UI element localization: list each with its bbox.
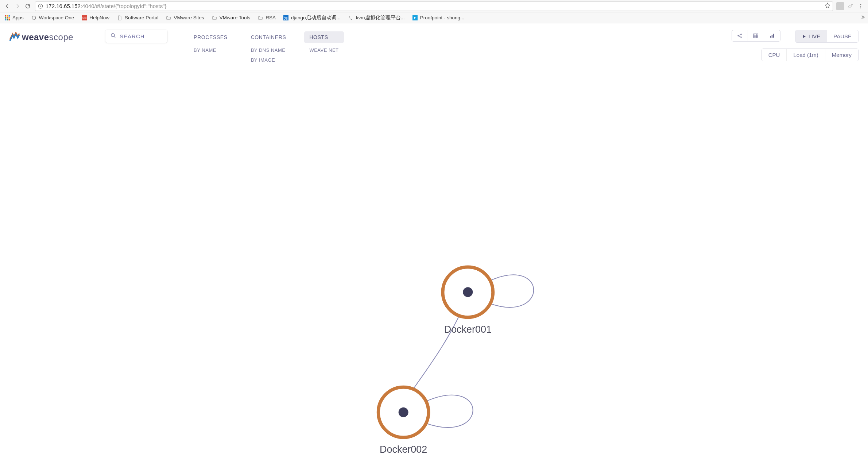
extension-bird-icon[interactable] xyxy=(845,1,856,11)
svg-point-38 xyxy=(399,407,408,417)
kebab-menu-icon[interactable] xyxy=(856,1,866,11)
bookmark-label: VMware Sites xyxy=(174,15,204,20)
topology-containers[interactable]: CONTAINERS xyxy=(246,31,291,43)
page-icon xyxy=(117,15,123,21)
bluearrow-icon xyxy=(412,15,418,21)
share-icon xyxy=(737,33,743,39)
search-input[interactable]: SEARCH xyxy=(105,30,167,43)
svg-rect-9 xyxy=(5,17,6,19)
omnibox[interactable]: 172.16.65.152:4040/#!/state/{"topologyId… xyxy=(35,1,833,11)
selfloop-docker002 xyxy=(426,395,473,428)
node-docker002-label: Docker002 xyxy=(380,444,427,455)
live-button[interactable]: LIVE xyxy=(795,30,827,42)
svg-rect-10 xyxy=(7,17,8,19)
right-controls: LIVE PAUSE CPU Load (1m) Memory xyxy=(732,30,859,61)
extension-icon[interactable] xyxy=(836,2,844,10)
topology-processes-byname[interactable]: BY NAME xyxy=(189,47,233,53)
folder-icon xyxy=(257,15,263,21)
barchart-icon xyxy=(769,33,775,39)
bookmark-label: Apps xyxy=(12,15,24,20)
svg-rect-7 xyxy=(7,15,8,17)
script-icon xyxy=(348,15,354,21)
search-placeholder: SEARCH xyxy=(120,33,145,39)
svg-rect-13 xyxy=(7,19,8,20)
selfloop-docker001 xyxy=(489,275,534,307)
svg-rect-33 xyxy=(771,35,772,38)
bookmark-proofpoint[interactable]: Proofpoint - shong... xyxy=(411,14,466,22)
hexagon-icon xyxy=(31,15,37,21)
bookmark-vmware-sites[interactable]: VMware Sites xyxy=(164,14,205,22)
metric-cpu[interactable]: CPU xyxy=(762,49,787,61)
svg-point-4 xyxy=(860,5,861,6)
table-icon xyxy=(753,33,759,39)
folder-icon xyxy=(212,15,217,21)
svg-rect-8 xyxy=(9,15,10,17)
logo-text: weavescope xyxy=(22,32,73,42)
bookmark-workspace-one[interactable]: Workspace One xyxy=(30,14,76,22)
svg-rect-11 xyxy=(9,17,10,19)
topology-hosts[interactable]: HOSTS xyxy=(304,31,344,43)
pause-button[interactable]: PAUSE xyxy=(827,30,858,42)
view-mode-toggle xyxy=(732,30,780,42)
arrow-left-icon xyxy=(4,3,10,9)
node-docker001-label: Docker001 xyxy=(444,324,492,335)
svg-rect-6 xyxy=(5,15,6,17)
url-text: 172.16.65.152:4040/#!/state/{"topologyId… xyxy=(46,3,167,9)
bookmarks-apps[interactable]: Apps xyxy=(3,14,25,22)
app-toolbar: weavescope SEARCH PROCESSES BY NAME CONT… xyxy=(0,23,868,63)
search-icon xyxy=(111,33,116,40)
bookmark-star-icon[interactable] xyxy=(825,3,830,10)
bookmark-kvm[interactable]: kvm虚拟化管理平台... xyxy=(346,14,406,22)
svg-point-5 xyxy=(860,7,861,8)
svg-line-26 xyxy=(739,36,741,37)
topology-col-containers: CONTAINERS BY DNS NAME BY IMAGE xyxy=(246,31,291,63)
folder-icon xyxy=(166,15,171,21)
topology-col-processes: PROCESSES BY NAME xyxy=(189,31,233,63)
svg-rect-12 xyxy=(5,19,6,20)
topology-canvas[interactable]: Docker001 Docker002 xyxy=(0,63,868,456)
bookmark-label: VMware Tools xyxy=(220,15,251,20)
bookmark-label: kvm虚拟化管理平台... xyxy=(356,15,405,21)
svg-point-2 xyxy=(40,5,40,5)
view-resources-button[interactable] xyxy=(764,30,780,41)
bookmarks-overflow-icon[interactable] xyxy=(860,15,865,21)
node-docker002[interactable]: Docker002 xyxy=(378,387,429,455)
zhihu-icon: 知 xyxy=(283,15,289,21)
metric-memory[interactable]: Memory xyxy=(825,49,858,61)
svg-line-25 xyxy=(739,35,741,36)
live-label: LIVE xyxy=(809,33,821,39)
pause-label: PAUSE xyxy=(833,33,852,39)
topology-col-hosts: HOSTS WEAVE NET xyxy=(304,31,344,63)
reload-button[interactable] xyxy=(23,1,33,11)
new-badge-icon: new xyxy=(81,15,87,21)
forward-button[interactable] xyxy=(12,1,23,11)
back-button[interactable] xyxy=(2,1,12,11)
topology-hosts-weavenet[interactable]: WEAVE NET xyxy=(304,47,344,53)
site-info-icon[interactable] xyxy=(38,3,43,9)
topology-nav: PROCESSES BY NAME CONTAINERS BY DNS NAME… xyxy=(189,31,344,63)
topology-containers-byimage[interactable]: BY IMAGE xyxy=(246,57,291,63)
svg-rect-14 xyxy=(9,19,10,20)
topology-containers-bydns[interactable]: BY DNS NAME xyxy=(246,47,291,53)
svg-point-20 xyxy=(111,34,115,37)
bookmark-software-portal[interactable]: Software Portal xyxy=(115,14,160,22)
metric-load[interactable]: Load (1m) xyxy=(787,49,825,61)
svg-text:new: new xyxy=(82,17,87,19)
logo[interactable]: weavescope xyxy=(9,32,73,42)
view-table-button[interactable] xyxy=(748,30,764,41)
bookmark-label: RSA xyxy=(266,15,276,20)
bookmark-vmware-tools[interactable]: VMware Tools xyxy=(210,14,252,22)
bookmark-rsa[interactable]: RSA xyxy=(256,14,277,22)
bookmark-helpnow[interactable]: new HelpNow xyxy=(80,14,111,22)
bookmarks-bar: Apps Workspace One new HelpNow Software … xyxy=(0,12,868,23)
topology-processes[interactable]: PROCESSES xyxy=(189,31,233,43)
svg-rect-32 xyxy=(770,36,771,38)
svg-point-3 xyxy=(860,4,861,5)
bookmark-label: Software Portal xyxy=(125,15,158,20)
metric-selector: CPU Load (1m) Memory xyxy=(762,49,859,61)
bookmark-django[interactable]: 知 django启动后自动调... xyxy=(282,14,342,22)
svg-text:知: 知 xyxy=(284,16,288,20)
view-graph-button[interactable] xyxy=(732,30,748,41)
node-docker001[interactable]: Docker001 xyxy=(443,267,493,335)
apps-icon xyxy=(4,15,10,21)
